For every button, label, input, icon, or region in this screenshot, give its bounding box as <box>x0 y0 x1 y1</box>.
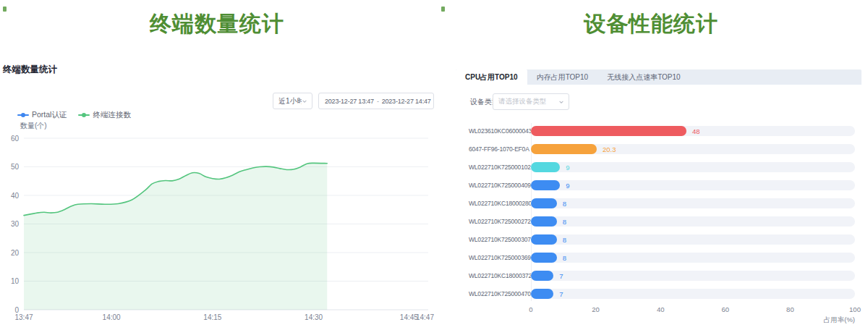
x-tick-label: 13:47 <box>14 313 33 321</box>
chevron-down-icon <box>558 99 564 105</box>
x-tick-label: 60 <box>722 305 730 313</box>
bar-row: WL022710K7250004099 <box>469 176 855 194</box>
bar-value-label: 8 <box>563 253 566 261</box>
bar-category-label: WL022710KC18000372 <box>469 272 525 279</box>
device-performance-section: 设备性能统计 CPU占用TOP10内存占用TOP10无线接入点速率TOP10 设… <box>434 0 868 330</box>
bar-value-label: 8 <box>563 235 566 243</box>
line-chart-plot-area[interactable] <box>24 138 428 310</box>
bar-value-label: 9 <box>566 163 569 171</box>
x-tick-label: 40 <box>657 305 665 313</box>
bar-category-label: WL022710K725000470 <box>469 290 525 297</box>
bar-x-axis-label: 占用率(%) <box>469 316 855 325</box>
bar-fill <box>531 271 553 281</box>
bar-category-label: 6047-FF96-1070-EF0A <box>469 145 525 153</box>
bar-value-label: 9 <box>566 181 569 189</box>
bar-track[interactable]: 9 <box>531 162 855 172</box>
device-type-select[interactable]: 请选择设备类型 <box>493 93 569 110</box>
tab-1[interactable]: 内存占用TOP10 <box>527 69 598 85</box>
bar-fill <box>531 162 560 172</box>
bar-track[interactable]: 8 <box>531 253 855 263</box>
bar-track[interactable]: 48 <box>531 126 855 136</box>
x-tick-label: 14:15 <box>203 313 221 321</box>
bar-fill <box>531 180 560 190</box>
bar-fill <box>531 198 557 208</box>
x-tick-label: 0 <box>529 305 532 313</box>
bar-row: WL022710K7250004707 <box>469 284 855 302</box>
bar-value-label: 7 <box>559 289 563 297</box>
y-tick-label: 10 <box>11 277 20 285</box>
bar-category-label: WL022710KC18000280 <box>469 200 525 207</box>
bar-fill <box>531 216 557 227</box>
bar-category-label: WL022710K725000272 <box>469 218 525 225</box>
x-tick-label: 20 <box>592 305 600 313</box>
bar-row: WL022710KC180003727 <box>469 266 855 284</box>
bar-value-label: 8 <box>563 199 566 207</box>
y-tick-label: 30 <box>11 220 20 228</box>
x-tick-label: 100 <box>849 305 861 313</box>
tab-2[interactable]: 无线接入点速率TOP10 <box>597 69 690 85</box>
bar-track[interactable]: 20.3 <box>531 144 855 154</box>
bar-row: WL022710K7250002728 <box>469 212 855 230</box>
x-tick-label: 14:00 <box>103 313 121 321</box>
bar-fill <box>531 144 597 154</box>
tab-0[interactable]: CPU占用TOP10 <box>456 69 527 85</box>
terminal-count-section: 终端数量统计 终端数量统计 近1小时 2023-12-27 13:47 - 20… <box>0 0 434 330</box>
x-tick-label: 80 <box>786 305 794 313</box>
bar-row: WL022710K7250003078 <box>469 230 855 248</box>
bar-track[interactable]: 8 <box>531 198 855 208</box>
bar-value-label: 20.3 <box>603 145 616 153</box>
cpu-top10-bar-chart: WL023610KC06000043486047-FF96-1070-EF0A2… <box>469 122 855 325</box>
bar-fill <box>531 234 557 245</box>
bar-row: WL022710K7250001029 <box>469 158 855 176</box>
x-tick-label: 14:47 <box>416 313 434 321</box>
bar-category-label: WL022710K725000102 <box>469 164 525 171</box>
bar-track[interactable]: 8 <box>531 234 855 245</box>
bar-track[interactable]: 9 <box>531 180 855 190</box>
y-tick-label: 50 <box>11 163 20 171</box>
bar-row: WL022710K7250003698 <box>469 248 855 266</box>
tab-bar: CPU占用TOP10内存占用TOP10无线接入点速率TOP10 <box>456 69 861 85</box>
bar-value-label: 8 <box>563 217 566 225</box>
bar-fill <box>531 126 686 136</box>
bar-track[interactable]: 7 <box>531 271 855 281</box>
bar-track[interactable]: 8 <box>531 216 855 227</box>
bar-fill <box>531 253 557 263</box>
bar-row: WL023610KC0600004348 <box>469 122 855 140</box>
bar-track[interactable]: 7 <box>531 289 855 299</box>
y-tick-label: 20 <box>11 249 20 257</box>
bar-category-label: WL022710K725000307 <box>469 236 525 243</box>
bar-rows: WL023610KC06000043486047-FF96-1070-EF0A2… <box>469 122 855 302</box>
bar-row: WL022710KC180002808 <box>469 194 855 212</box>
bar-value-label: 48 <box>692 127 700 135</box>
line-chart[interactable]: 010203040506013:4714:0014:1514:3014:4514… <box>0 0 434 330</box>
section-title-right: 设备性能统计 <box>434 9 868 39</box>
bar-category-label: WL022710K725000409 <box>469 182 525 189</box>
bar-x-axis: 020406080100 <box>531 305 855 314</box>
y-tick-label: 0 <box>14 306 19 314</box>
bar-fill <box>531 289 553 299</box>
bar-category-label: WL022710K725000369 <box>469 254 525 261</box>
bar-category-label: WL023610KC06000043 <box>469 127 525 135</box>
bar-value-label: 7 <box>559 271 563 279</box>
bar-row: 6047-FF96-1070-EF0A20.3 <box>469 140 855 158</box>
device-type-placeholder: 请选择设备类型 <box>493 97 558 106</box>
y-tick-label: 60 <box>11 135 20 143</box>
x-tick-label: 14:30 <box>305 313 323 321</box>
y-tick-label: 40 <box>11 192 20 200</box>
